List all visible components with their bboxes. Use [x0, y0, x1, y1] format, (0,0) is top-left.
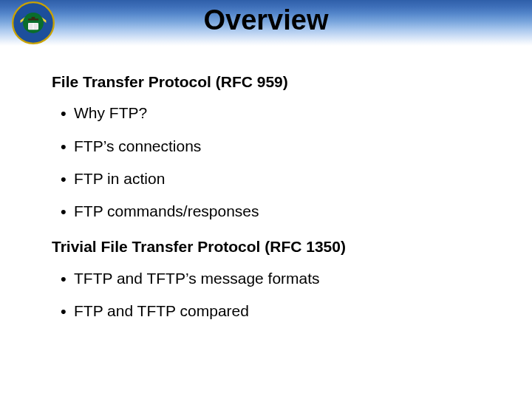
section-heading-0: File Transfer Protocol (RFC 959)	[52, 72, 502, 92]
list-item: FTP in action	[74, 169, 502, 188]
bullet-list-1: TFTP and TFTP’s message formats FTP and …	[52, 269, 502, 321]
section-heading-1: Trivial File Transfer Protocol (RFC 1350…	[52, 237, 502, 256]
list-item: Why FTP?	[74, 103, 502, 123]
list-item: FTP commands/responses	[74, 202, 502, 221]
list-item: TFTP and TFTP’s message formats	[74, 269, 502, 288]
bullet-list-0: Why FTP? FTP’s connections FTP in action…	[52, 103, 502, 221]
slide: Overview File Transfer Protocol (RFC 959…	[0, 0, 532, 399]
list-item: FTP and TFTP compared	[74, 301, 502, 321]
slide-content: File Transfer Protocol (RFC 959) Why FTP…	[52, 68, 502, 334]
slide-title: Overview	[0, 4, 532, 36]
list-item: FTP’s connections	[74, 137, 502, 156]
